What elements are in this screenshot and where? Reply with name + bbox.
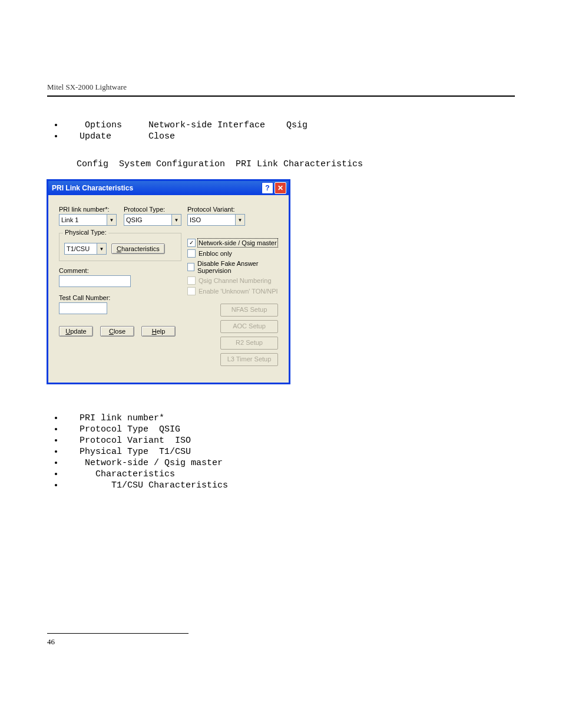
physical-type-select[interactable]: T1/CSU ▼ bbox=[64, 243, 107, 255]
pri-link-characteristics-dialog: PRI Link Characteristics ? ✕ PRI link nu… bbox=[47, 180, 290, 384]
pri-link-number-select[interactable]: Link 1 ▼ bbox=[59, 214, 117, 226]
protocol-type-select[interactable]: QSIG ▼ bbox=[124, 214, 181, 226]
characteristics-button-rest: haracteristics bbox=[121, 245, 160, 252]
dialog-title: PRI Link Characteristics bbox=[52, 184, 133, 192]
enbloc-checkbox-row[interactable]: Enbloc only bbox=[187, 249, 278, 258]
disable-fake-checkbox-row[interactable]: Disable Fake Answer Supervision bbox=[187, 260, 278, 274]
test-call-input[interactable] bbox=[59, 302, 107, 314]
protocol-type-label: Protocol Type: bbox=[124, 206, 181, 213]
protocol-variant-value: ISO bbox=[188, 216, 235, 223]
comment-label: Comment: bbox=[59, 267, 181, 274]
enable-unknown-label: Enable 'Unknown' TON/NPI bbox=[199, 288, 278, 295]
close-icon[interactable]: ✕ bbox=[275, 182, 286, 194]
footnote-rule bbox=[47, 633, 189, 634]
protocol-type-value: QSIG bbox=[124, 216, 171, 223]
characteristics-button[interactable]: Characteristics bbox=[111, 243, 165, 254]
bottom-bullet-item: Characteristics bbox=[64, 469, 515, 479]
bottom-bullet-list: PRI link number* Protocol Type QSIG Prot… bbox=[47, 413, 515, 490]
checkbox-icon bbox=[187, 287, 196, 295]
help-button[interactable]: Help bbox=[141, 326, 176, 337]
test-call-label: Test Call Number: bbox=[59, 294, 181, 301]
checkbox-icon bbox=[187, 249, 196, 258]
bottom-bullet-item: Physical Type T1/CSU bbox=[64, 447, 515, 457]
top-bullet-item: Options Network-side Interface Qsig bbox=[64, 120, 515, 130]
page-header: Mitel SX-2000 Lightware bbox=[47, 83, 515, 97]
qsig-channel-label: Qsig Channel Numbering bbox=[199, 277, 272, 284]
network-side-label: Network-side / Qsig master bbox=[199, 239, 277, 246]
help-icon[interactable]: ? bbox=[262, 182, 273, 194]
chevron-down-icon: ▼ bbox=[107, 215, 116, 225]
page-number: 46 bbox=[47, 637, 55, 647]
enbloc-label: Enbloc only bbox=[199, 250, 232, 257]
bottom-bullet-item: T1/CSU Characteristics bbox=[64, 480, 515, 490]
r2-setup-button: R2 Setup bbox=[220, 337, 278, 350]
top-bullet-list: Options Network-side Interface Qsig Upda… bbox=[47, 120, 515, 141]
chevron-down-icon: ▼ bbox=[171, 215, 181, 225]
bottom-bullet-item: Protocol Type QSIG bbox=[64, 424, 515, 434]
update-button[interactable]: Update bbox=[59, 326, 93, 337]
physical-type-value: T1/CSU bbox=[65, 245, 97, 252]
network-side-checkbox-row[interactable]: Network-side / Qsig master bbox=[187, 239, 278, 247]
bottom-bullet-item: PRI link number* bbox=[64, 413, 515, 423]
checkbox-icon bbox=[187, 263, 194, 271]
close-button[interactable]: Close bbox=[100, 326, 134, 337]
dialog-titlebar: PRI Link Characteristics ? ✕ bbox=[48, 181, 289, 195]
nav-path: Config System Configuration PRI Link Cha… bbox=[77, 159, 515, 169]
physical-type-fieldset: Physical Type: T1/CSU ▼ Characteristics bbox=[59, 233, 181, 261]
physical-type-legend: Physical Type: bbox=[63, 229, 108, 236]
top-bullet-item: Update Close bbox=[64, 131, 515, 141]
bottom-bullet-item: Protocol Variant ISO bbox=[64, 436, 515, 446]
checkbox-icon bbox=[187, 276, 196, 285]
protocol-variant-label: Protocol Variant: bbox=[187, 206, 278, 213]
pri-link-number-label: PRI link number*: bbox=[59, 206, 117, 213]
enable-unknown-checkbox-row: Enable 'Unknown' TON/NPI bbox=[187, 287, 278, 295]
protocol-variant-select[interactable]: ISO ▼ bbox=[187, 214, 245, 226]
pri-link-number-value: Link 1 bbox=[59, 216, 107, 223]
bottom-bullet-item: Network-side / Qsig master bbox=[64, 458, 515, 468]
disable-fake-label: Disable Fake Answer Supervision bbox=[197, 260, 278, 274]
chevron-down-icon: ▼ bbox=[235, 215, 244, 225]
checkbox-icon bbox=[187, 239, 196, 247]
qsig-channel-checkbox-row: Qsig Channel Numbering bbox=[187, 276, 278, 285]
l3-timer-setup-button: L3 Timer Setup bbox=[220, 353, 278, 366]
comment-input[interactable] bbox=[59, 275, 131, 287]
nfas-setup-button: NFAS Setup bbox=[220, 304, 278, 317]
chevron-down-icon: ▼ bbox=[97, 243, 106, 254]
aoc-setup-button: AOC Setup bbox=[220, 320, 278, 333]
